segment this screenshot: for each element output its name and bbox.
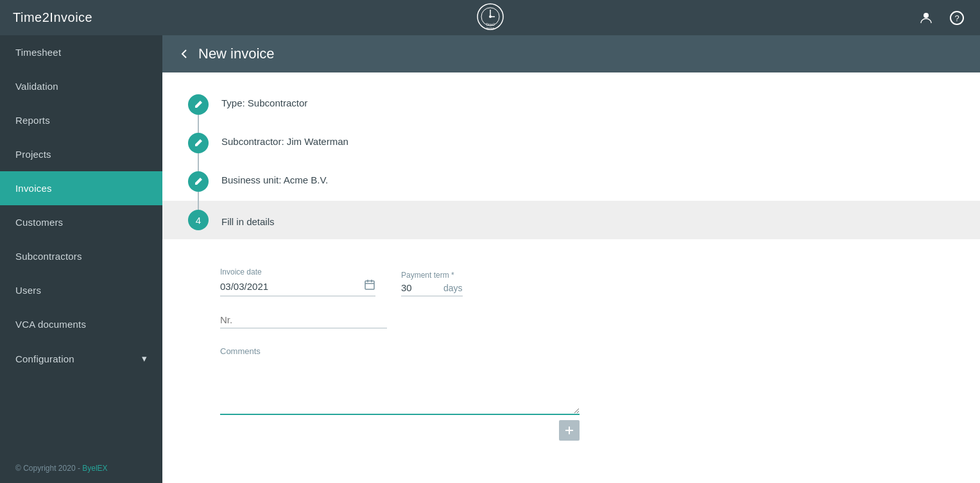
sidebar-item-customers[interactable]: Customers <box>0 205 162 239</box>
chevron-down-icon: ▾ <box>142 353 147 364</box>
step-4-label: Fill in details <box>221 213 275 227</box>
form-row-dates: Invoice date Payment term * days <box>220 267 941 296</box>
form-row-nr <box>220 314 941 328</box>
invoice-date-input[interactable] <box>220 281 361 292</box>
calendar-icon[interactable] <box>364 279 375 293</box>
sidebar-item-invoices[interactable]: Invoices <box>0 171 162 205</box>
content-area: Type: Subcontractor Subcontractor: Jim W… <box>162 72 980 483</box>
logo: Time2 Invoice <box>477 3 504 33</box>
help-button[interactable]: ? <box>947 8 967 28</box>
nr-group <box>220 314 387 328</box>
step-2-label: Subcontractor: Jim Waterman <box>221 133 348 147</box>
step-2-icon <box>188 133 209 153</box>
invoice-date-wrapper <box>220 279 375 296</box>
sidebar-item-subcontractors[interactable]: Subcontractors <box>0 239 162 273</box>
nr-wrapper <box>220 314 387 328</box>
step-1: Type: Subcontractor <box>188 85 954 124</box>
sidebar-item-configuration[interactable]: Configuration ▾ <box>0 341 162 376</box>
header-icons: ? <box>916 8 967 28</box>
form-area: Invoice date Payment term * days <box>162 252 980 456</box>
steps-container: Type: Subcontractor Subcontractor: Jim W… <box>162 72 980 252</box>
main-content: New invoice Type: Subcontractor Subcontr <box>162 35 980 483</box>
step-4-active-row: 4 Fill in details <box>162 201 980 239</box>
invoice-date-group: Invoice date <box>220 267 375 296</box>
step-3: Business unit: Acme B.V. <box>188 162 954 201</box>
footer-link[interactable]: ByelEX <box>82 464 107 473</box>
top-header: Time2Invoice Time2 Invoice ? <box>0 0 980 35</box>
svg-text:Invoice: Invoice <box>486 26 494 30</box>
account-button[interactable] <box>916 8 936 28</box>
sidebar-item-validation[interactable]: Validation <box>0 69 162 103</box>
step-4-icon: 4 <box>188 210 209 230</box>
payment-term-wrapper: days <box>401 282 463 296</box>
svg-text:?: ? <box>954 13 959 23</box>
sidebar-item-timesheet[interactable]: Timesheet <box>0 35 162 69</box>
sidebar-footer: © Copyright 2020 - ByelEX <box>0 453 162 483</box>
comments-textarea[interactable] <box>220 364 580 415</box>
svg-point-4 <box>489 15 492 18</box>
comments-group: Comments <box>220 346 941 441</box>
step-3-icon <box>188 171 209 192</box>
page-title: New invoice <box>198 46 275 62</box>
step-3-label: Business unit: Acme B.V. <box>221 171 328 185</box>
step-1-label: Type: Subcontractor <box>221 94 307 108</box>
svg-rect-10 <box>365 281 374 289</box>
sidebar-item-vca-documents[interactable]: VCA documents <box>0 307 162 341</box>
layout: Timesheet Validation Reports Projects In… <box>0 35 980 483</box>
days-suffix: days <box>443 283 463 293</box>
sidebar-item-reports[interactable]: Reports <box>0 103 162 137</box>
payment-term-group: Payment term * days <box>401 271 463 296</box>
sidebar: Timesheet Validation Reports Projects In… <box>0 35 162 483</box>
comments-label: Comments <box>220 346 941 356</box>
svg-point-7 <box>924 13 929 18</box>
invoice-date-label: Invoice date <box>220 267 375 276</box>
step-2: Subcontractor: Jim Waterman <box>188 124 954 162</box>
back-button[interactable] <box>178 47 191 60</box>
sidebar-item-users[interactable]: Users <box>0 273 162 307</box>
app-title: Time2Invoice <box>13 10 92 25</box>
payment-term-label: Payment term * <box>401 271 463 280</box>
sidebar-item-projects[interactable]: Projects <box>0 137 162 171</box>
nr-input[interactable] <box>220 314 387 325</box>
payment-term-input[interactable] <box>401 282 440 293</box>
add-button[interactable] <box>559 420 580 441</box>
step-1-icon <box>188 94 209 115</box>
page-header: New invoice <box>162 35 980 72</box>
